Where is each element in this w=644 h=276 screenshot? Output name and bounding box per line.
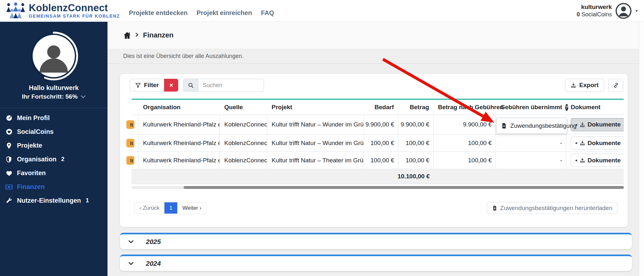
nav-projekt-einreichen[interactable]: Projekt einreichen: [196, 9, 252, 17]
page: KoblenzConnect GEMEINSAM STARK FÜR KOBLE…: [0, 0, 644, 276]
sidebar-greeting: Hallo kulturwerk: [0, 84, 107, 92]
cell-betrag-nach-gebuehren: 100,00 €: [433, 152, 496, 169]
header-quelle: Quelle: [220, 104, 267, 111]
card-toolbar: Filter × Export: [130, 79, 623, 92]
pagination-prev[interactable]: ‹ Zurück: [135, 202, 164, 214]
popup-label: Zuwendungsbestätigung: [510, 122, 576, 129]
brand-logo[interactable]: KoblenzConnect GEMEINSAM STARK FÜR KOBLE…: [6, 2, 120, 20]
download-all-label: Zuwendungsbestätigungen herunterladen: [500, 205, 612, 212]
sidebar-item-label: Organisation: [17, 156, 56, 163]
home-icon[interactable]: [123, 31, 131, 39]
cash-icon: [5, 183, 13, 191]
accordion-2024[interactable]: 2024: [120, 255, 632, 271]
sidebar-item-nutzer-einstellungen[interactable]: Nutzer-Einstellungen 1: [0, 194, 107, 207]
zuwendungsbestaetigung-popup[interactable]: Zuwendungsbestätigung: [496, 118, 567, 134]
user-coins: 0 SocialCoins: [576, 11, 612, 18]
header-gebuehren-uebernimmt: Gebühren übernimmt ?: [496, 104, 566, 111]
table-row: lt Kulturwerk Rheinland-Pfalz e.V. Koble…: [131, 134, 624, 152]
chevron-down-icon: ▾: [635, 8, 638, 13]
download-icon: [579, 157, 585, 163]
accordion-label: 2024: [146, 260, 161, 267]
accordion-2025[interactable]: 2025: [120, 233, 632, 249]
header-projekt: Projekt: [267, 104, 364, 111]
table-header-row: Organisation Quelle Projekt Bedarf Betra…: [131, 100, 624, 115]
sidebar-item-projekte[interactable]: Projekte: [0, 139, 107, 152]
cell-quelle: KoblenzConnect: [220, 152, 267, 169]
sidebar-item-favoriten[interactable]: Favoriten: [0, 166, 107, 180]
cell-bedarf: 100,00 €: [364, 152, 398, 169]
shield-icon: [5, 156, 13, 163]
cell-quelle: KoblenzConnect: [220, 134, 267, 151]
cell-projekt: Kultur trifft Natur – Wunder im Grünen: [267, 115, 364, 134]
coin-heart-icon: [5, 128, 13, 136]
intro-text: Dies ist eine Übersicht über alle Auszah…: [107, 49, 644, 64]
sidebar-item-label: Finanzen: [17, 183, 45, 191]
search-icon: [183, 79, 198, 92]
sidebar-progress[interactable]: Ihr Fortschritt: 56%: [0, 93, 107, 100]
cell-dokument: ◂ Dokumente: [566, 134, 624, 151]
cell-gebuehren-uebernimmt: -: [496, 152, 566, 169]
profile-avatar[interactable]: [28, 31, 79, 81]
link-icon: [613, 82, 619, 88]
pagination-next[interactable]: Weiter ›: [177, 202, 206, 214]
accordion-label: 2025: [146, 238, 161, 246]
cell-organisation: Kulturwerk Rheinland-Pfalz e.V.: [139, 115, 220, 134]
chevron-right-icon: [135, 32, 139, 38]
sidebar-item-badge: 2: [61, 156, 64, 163]
user-menu[interactable]: kulturwerk 0 SocialCoins ▾: [576, 2, 638, 20]
sidebar-item-badge: 1: [86, 197, 89, 204]
map-pin-icon: [5, 142, 13, 150]
dokumente-button[interactable]: ◂ Dokumente: [571, 118, 624, 131]
sidebar-item-label: Nutzer-Einstellungen: [17, 197, 81, 204]
sidebar-item-socialcoins[interactable]: SocialCoins: [0, 125, 107, 139]
caret-left-icon: ◂: [575, 158, 577, 162]
sidebar-item-finanzen[interactable]: Finanzen: [0, 180, 107, 194]
heart-icon: [5, 169, 13, 177]
cell-betrag: 100,00 €: [398, 134, 433, 151]
search-input[interactable]: [198, 79, 264, 92]
avatar-icon: [615, 2, 632, 20]
chevron-down-icon: [81, 94, 86, 99]
caret-left-icon: ◂: [575, 141, 577, 145]
brand-name: KoblenzConnect: [29, 3, 120, 13]
dokumente-button[interactable]: ◂ Dokumente: [571, 136, 624, 150]
dokumente-button[interactable]: ◂ Dokumente: [571, 154, 624, 167]
logo-people-icon: [6, 2, 26, 20]
payouts-table: Organisation Quelle Projekt Bedarf Betra…: [131, 99, 624, 184]
sidebar-item-mein-profil[interactable]: Mein Profil: [0, 111, 107, 125]
total-amount: 10.100,00 €: [398, 169, 433, 184]
download-all-button[interactable]: Zuwendungsbestätigungen herunterladen: [487, 202, 617, 214]
pagination-current[interactable]: 1: [164, 202, 177, 214]
cell-betrag: 9.900,00 €: [398, 115, 433, 134]
nav-projekte-entdecken[interactable]: Projekte entdecken: [129, 9, 187, 17]
dokumente-label: Dokumente: [588, 121, 621, 128]
horizontal-scrollbar[interactable]: [131, 186, 624, 189]
sidebar-nav: Mein Profil SocialCoins Projekte Organis…: [0, 111, 107, 207]
filter-label: Filter: [144, 82, 159, 89]
filter-button[interactable]: Filter: [130, 79, 164, 92]
export-button[interactable]: Export: [565, 79, 604, 92]
copy-link-button[interactable]: [608, 79, 623, 92]
cell-betrag-nach-gebuehren: 9.900,00 €: [433, 115, 496, 134]
status-badge: lt: [126, 139, 134, 147]
nav-faq[interactable]: FAQ: [261, 9, 274, 17]
page-scrollbar-track[interactable]: [639, 22, 644, 276]
export-label: Export: [579, 82, 599, 89]
cell-organisation: Kulturwerk Rheinland-Pfalz e.V.: [139, 134, 220, 151]
brand-tagline: GEMEINSAM STARK FÜR KOBLENZ: [29, 14, 120, 19]
table-row: lt Kulturwerk Rheinland-Pfalz e.V. Koble…: [131, 152, 624, 169]
clear-filter-button[interactable]: ×: [164, 79, 178, 92]
sidebar-item-organisation[interactable]: Organisation 2: [0, 152, 107, 166]
status-badge: lt: [126, 156, 134, 165]
cell-bedarf: 100,00 €: [364, 134, 398, 151]
header-betrag-nach-gebuehren: Betrag nach Gebühren: [433, 104, 496, 111]
cell-betrag-nach-gebuehren: 100,00 €: [433, 134, 496, 151]
header-bedarf: Bedarf: [364, 104, 398, 111]
cell-gebuehren-uebernimmt: -: [496, 134, 566, 151]
sidebar-item-label: Mein Profil: [17, 114, 50, 122]
breadcrumb: Finanzen: [107, 22, 644, 49]
download-icon: [570, 82, 576, 88]
cell-organisation: Kulturwerk Rheinland-Pfalz e.V.: [139, 152, 220, 169]
pagination: ‹ Zurück 1 Weiter ›: [134, 202, 207, 214]
scrollbar-thumb[interactable]: [184, 186, 624, 189]
